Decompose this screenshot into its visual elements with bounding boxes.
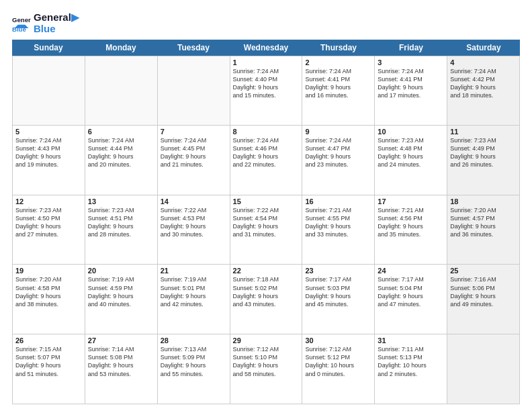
weekday-header-sunday: Sunday [12,40,85,56]
calendar-day-5: 5Sunrise: 7:24 AM Sunset: 4:43 PM Daylig… [13,126,85,195]
day-info: Sunrise: 7:24 AM Sunset: 4:45 PM Dayligh… [161,136,227,169]
calendar-day-8: 8Sunrise: 7:24 AM Sunset: 4:46 PM Daylig… [230,126,303,195]
day-info: Sunrise: 7:14 AM Sunset: 5:08 PM Dayligh… [88,345,154,378]
calendar-day-empty [13,56,85,126]
day-info: Sunrise: 7:12 AM Sunset: 5:10 PM Dayligh… [233,345,300,378]
calendar-day-22: 22Sunrise: 7:18 AM Sunset: 5:02 PM Dayli… [230,265,303,334]
day-number: 5 [15,128,82,136]
page: General Blue General▶ Blue SundayMondayT… [0,0,532,411]
day-number: 15 [233,197,300,205]
day-info: Sunrise: 7:20 AM Sunset: 4:58 PM Dayligh… [15,275,82,308]
day-number: 18 [450,197,517,205]
svg-text:Blue: Blue [12,26,26,33]
day-number: 11 [450,128,517,136]
calendar-day-12: 12Sunrise: 7:23 AM Sunset: 4:50 PM Dayli… [13,195,85,265]
day-info: Sunrise: 7:19 AM Sunset: 5:01 PM Dayligh… [161,275,227,308]
day-info: Sunrise: 7:16 AM Sunset: 5:06 PM Dayligh… [450,275,517,308]
day-info: Sunrise: 7:24 AM Sunset: 4:44 PM Dayligh… [88,136,154,169]
day-info: Sunrise: 7:24 AM Sunset: 4:46 PM Dayligh… [233,136,300,169]
day-info: Sunrise: 7:20 AM Sunset: 4:57 PM Dayligh… [450,206,517,239]
calendar-day-30: 30Sunrise: 7:12 AM Sunset: 5:12 PM Dayli… [302,334,375,404]
calendar-day-17: 17Sunrise: 7:21 AM Sunset: 4:56 PM Dayli… [375,195,447,265]
calendar-day-6: 6Sunrise: 7:24 AM Sunset: 4:44 PM Daylig… [85,126,158,195]
day-number: 20 [88,267,154,275]
day-number: 28 [161,336,227,345]
calendar: SundayMondayTuesdayWednesdayThursdayFrid… [12,40,520,404]
calendar-day-1: 1Sunrise: 7:24 AM Sunset: 4:40 PM Daylig… [230,56,303,126]
day-info: Sunrise: 7:23 AM Sunset: 4:50 PM Dayligh… [15,206,82,239]
day-number: 16 [305,197,371,205]
day-info: Sunrise: 7:13 AM Sunset: 5:09 PM Dayligh… [161,345,227,378]
calendar-day-21: 21Sunrise: 7:19 AM Sunset: 5:01 PM Dayli… [158,265,230,334]
calendar-day-empty [158,56,230,126]
calendar-week-4: 19Sunrise: 7:20 AM Sunset: 4:58 PM Dayli… [12,265,520,334]
calendar-day-27: 27Sunrise: 7:14 AM Sunset: 5:08 PM Dayli… [85,334,158,404]
calendar-day-25: 25Sunrise: 7:16 AM Sunset: 5:06 PM Dayli… [447,265,520,334]
day-info: Sunrise: 7:24 AM Sunset: 4:41 PM Dayligh… [378,67,444,100]
calendar-day-2: 2Sunrise: 7:24 AM Sunset: 4:41 PM Daylig… [302,56,375,126]
day-info: Sunrise: 7:24 AM Sunset: 4:43 PM Dayligh… [15,136,82,169]
calendar-day-14: 14Sunrise: 7:22 AM Sunset: 4:53 PM Dayli… [158,195,230,265]
logo: General Blue General▶ Blue [12,12,79,34]
day-info: Sunrise: 7:23 AM Sunset: 4:49 PM Dayligh… [450,136,517,169]
day-info: Sunrise: 7:17 AM Sunset: 5:03 PM Dayligh… [305,275,371,308]
day-info: Sunrise: 7:21 AM Sunset: 4:55 PM Dayligh… [305,206,371,239]
weekday-header-wednesday: Wednesday [230,40,302,56]
calendar-day-10: 10Sunrise: 7:23 AM Sunset: 4:48 PM Dayli… [375,126,447,195]
day-number: 6 [88,128,154,136]
day-info: Sunrise: 7:24 AM Sunset: 4:47 PM Dayligh… [305,136,371,169]
calendar-day-9: 9Sunrise: 7:24 AM Sunset: 4:47 PM Daylig… [302,126,375,195]
day-number: 19 [15,267,82,275]
svg-text:General: General [12,16,31,24]
calendar-day-16: 16Sunrise: 7:21 AM Sunset: 4:55 PM Dayli… [302,195,375,265]
day-number: 14 [161,197,227,205]
weekday-header-thursday: Thursday [302,40,375,56]
day-number: 4 [450,58,517,66]
calendar-day-26: 26Sunrise: 7:15 AM Sunset: 5:07 PM Dayli… [13,334,85,404]
day-info: Sunrise: 7:18 AM Sunset: 5:02 PM Dayligh… [233,275,300,308]
weekday-header-saturday: Saturday [447,40,520,56]
day-number: 27 [88,336,154,345]
day-info: Sunrise: 7:22 AM Sunset: 4:53 PM Dayligh… [161,206,227,239]
day-info: Sunrise: 7:22 AM Sunset: 4:54 PM Dayligh… [233,206,300,239]
day-number: 29 [233,336,300,345]
weekday-header-tuesday: Tuesday [157,40,230,56]
calendar-day-24: 24Sunrise: 7:17 AM Sunset: 5:04 PM Dayli… [375,265,447,334]
calendar-day-empty [85,56,158,126]
day-number: 25 [450,267,517,275]
weekday-header-friday: Friday [375,40,447,56]
calendar-day-15: 15Sunrise: 7:22 AM Sunset: 4:54 PM Dayli… [230,195,303,265]
day-number: 22 [233,267,300,275]
day-info: Sunrise: 7:23 AM Sunset: 4:51 PM Dayligh… [88,206,154,239]
day-info: Sunrise: 7:17 AM Sunset: 5:04 PM Dayligh… [378,275,444,308]
calendar-body: 1Sunrise: 7:24 AM Sunset: 4:40 PM Daylig… [12,56,520,404]
calendar-day-23: 23Sunrise: 7:17 AM Sunset: 5:03 PM Dayli… [302,265,375,334]
calendar-day-19: 19Sunrise: 7:20 AM Sunset: 4:58 PM Dayli… [13,265,85,334]
day-number: 31 [378,336,444,345]
calendar-day-29: 29Sunrise: 7:12 AM Sunset: 5:10 PM Dayli… [230,334,303,404]
header: General Blue General▶ Blue [12,12,520,34]
day-number: 17 [378,197,444,205]
calendar-week-1: 1Sunrise: 7:24 AM Sunset: 4:40 PM Daylig… [12,56,520,126]
calendar-day-7: 7Sunrise: 7:24 AM Sunset: 4:45 PM Daylig… [158,126,230,195]
day-info: Sunrise: 7:12 AM Sunset: 5:12 PM Dayligh… [305,345,371,378]
day-info: Sunrise: 7:24 AM Sunset: 4:42 PM Dayligh… [450,67,517,100]
calendar-day-31: 31Sunrise: 7:11 AM Sunset: 5:13 PM Dayli… [375,334,447,404]
day-info: Sunrise: 7:11 AM Sunset: 5:13 PM Dayligh… [378,345,444,378]
day-info: Sunrise: 7:21 AM Sunset: 4:56 PM Dayligh… [378,206,444,239]
day-number: 2 [305,58,371,66]
day-info: Sunrise: 7:24 AM Sunset: 4:41 PM Dayligh… [305,67,371,100]
calendar-day-20: 20Sunrise: 7:19 AM Sunset: 4:59 PM Dayli… [85,265,158,334]
day-number: 13 [88,197,154,205]
weekday-header-monday: Monday [85,40,157,56]
calendar-week-3: 12Sunrise: 7:23 AM Sunset: 4:50 PM Dayli… [12,195,520,265]
day-number: 7 [161,128,227,136]
calendar-day-11: 11Sunrise: 7:23 AM Sunset: 4:49 PM Dayli… [447,126,520,195]
day-number: 30 [305,336,371,345]
calendar-day-4: 4Sunrise: 7:24 AM Sunset: 4:42 PM Daylig… [447,56,520,126]
calendar-header: SundayMondayTuesdayWednesdayThursdayFrid… [12,40,520,56]
calendar-day-18: 18Sunrise: 7:20 AM Sunset: 4:57 PM Dayli… [447,195,520,265]
calendar-week-5: 26Sunrise: 7:15 AM Sunset: 5:07 PM Dayli… [12,334,520,404]
day-number: 1 [233,58,300,66]
day-number: 26 [15,336,82,345]
